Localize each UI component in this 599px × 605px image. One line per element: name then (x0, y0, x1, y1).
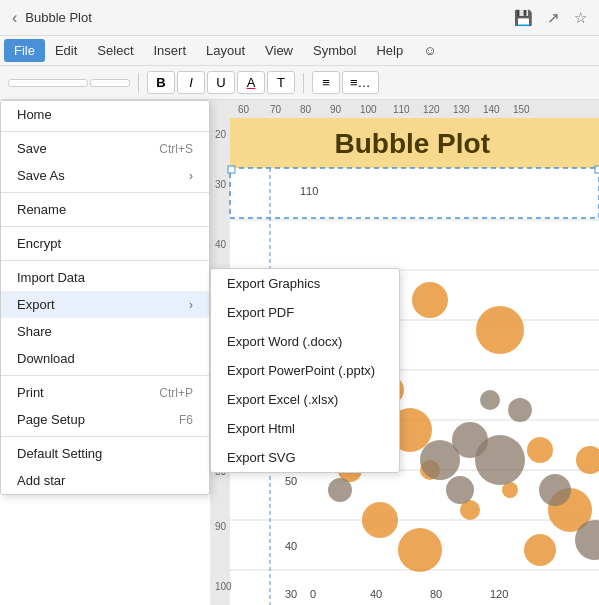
svg-rect-25 (595, 166, 599, 173)
menu-separator-2 (1, 192, 209, 193)
separator-1 (138, 73, 139, 93)
align-button[interactable]: ≡ (312, 71, 340, 94)
svg-text:Bubble Plot: Bubble Plot (334, 128, 490, 159)
svg-rect-0 (230, 100, 599, 118)
svg-text:80: 80 (430, 588, 442, 600)
export-submenu: Export Graphics Export PDF Export Word (… (210, 268, 400, 473)
menu-separator-3 (1, 226, 209, 227)
svg-point-59 (475, 435, 525, 485)
svg-text:120: 120 (490, 588, 508, 600)
menu-edit[interactable]: Edit (45, 39, 87, 62)
svg-text:140: 140 (483, 104, 500, 115)
file-menu: Home Save Ctrl+S Save As › Rename Encryp… (0, 100, 210, 495)
menu-layout[interactable]: Layout (196, 39, 255, 62)
menu-user[interactable]: ☺ (413, 39, 446, 62)
font-family-select[interactable] (8, 79, 88, 87)
menu-item-save-as[interactable]: Save As › (1, 162, 209, 189)
export-pdf[interactable]: Export PDF (211, 298, 399, 327)
svg-text:110: 110 (393, 104, 410, 115)
svg-text:90: 90 (330, 104, 342, 115)
align-options-button[interactable]: ≡… (342, 71, 379, 94)
font-color-button[interactable]: A (237, 71, 265, 94)
export-powerpoint[interactable]: Export PowerPoint (.pptx) (211, 356, 399, 385)
svg-text:120: 120 (423, 104, 440, 115)
menu-item-page-setup[interactable]: Page Setup F6 (1, 406, 209, 433)
menu-item-print[interactable]: Print Ctrl+P (1, 379, 209, 406)
svg-point-62 (508, 398, 532, 422)
svg-rect-23 (230, 168, 599, 218)
svg-text:50: 50 (285, 475, 297, 487)
menu-item-add-star[interactable]: Add star (1, 467, 209, 494)
title-bar-left: ‹ Bubble Plot (12, 9, 92, 27)
save-icon[interactable]: 💾 (514, 9, 533, 27)
menu-item-save[interactable]: Save Ctrl+S (1, 135, 209, 162)
menu-separator-1 (1, 131, 209, 132)
menu-bar: File Edit Select Insert Layout View Symb… (0, 36, 599, 66)
svg-text:30: 30 (215, 179, 227, 190)
svg-point-60 (446, 476, 474, 504)
menu-help[interactable]: Help (366, 39, 413, 62)
font-group (8, 79, 130, 87)
menu-select[interactable]: Select (87, 39, 143, 62)
title-bar-icons: 💾 ↗ ☆ (514, 9, 587, 27)
svg-text:150: 150 (513, 104, 530, 115)
menu-symbol[interactable]: Symbol (303, 39, 366, 62)
title-bar: ‹ Bubble Plot 💾 ↗ ☆ (0, 0, 599, 36)
bold-button[interactable]: B (147, 71, 175, 94)
text-format-group: B I U A T (147, 71, 295, 94)
svg-text:90: 90 (215, 521, 227, 532)
export-graphics[interactable]: Export Graphics (211, 269, 399, 298)
svg-point-43 (412, 282, 448, 318)
svg-point-49 (362, 502, 398, 538)
align-group: ≡ ≡… (312, 71, 379, 94)
font-size-select[interactable] (90, 79, 130, 87)
svg-text:130: 130 (453, 104, 470, 115)
export-html[interactable]: Export Html (211, 414, 399, 443)
svg-text:40: 40 (285, 540, 297, 552)
svg-text:80: 80 (300, 104, 312, 115)
menu-item-import[interactable]: Import Data (1, 264, 209, 291)
svg-text:0: 0 (310, 588, 316, 600)
menu-item-export[interactable]: Export › (1, 291, 209, 318)
menu-view[interactable]: View (255, 39, 303, 62)
svg-text:20: 20 (215, 129, 227, 140)
italic-button[interactable]: I (177, 71, 205, 94)
svg-text:110: 110 (300, 185, 318, 197)
svg-point-55 (524, 534, 556, 566)
svg-point-63 (539, 474, 571, 506)
menu-separator-4 (1, 260, 209, 261)
star-icon[interactable]: ☆ (574, 9, 587, 27)
export-svg[interactable]: Export SVG (211, 443, 399, 472)
export-excel[interactable]: Export Excel (.xlsx) (211, 385, 399, 414)
menu-item-download[interactable]: Download (1, 345, 209, 372)
back-button[interactable]: ‹ (12, 9, 17, 27)
share-icon[interactable]: ↗ (547, 9, 560, 27)
svg-text:40: 40 (370, 588, 382, 600)
svg-text:30: 30 (285, 588, 297, 600)
document-title: Bubble Plot (25, 10, 92, 25)
svg-point-61 (480, 390, 500, 410)
text-button[interactable]: T (267, 71, 295, 94)
svg-point-53 (527, 437, 553, 463)
menu-item-share[interactable]: Share (1, 318, 209, 345)
menu-separator-5 (1, 375, 209, 376)
svg-point-65 (328, 478, 352, 502)
svg-text:70: 70 (270, 104, 282, 115)
toolbar: B I U A T ≡ ≡… (0, 66, 599, 100)
svg-rect-24 (228, 166, 235, 173)
menu-insert[interactable]: Insert (144, 39, 197, 62)
svg-point-50 (398, 528, 442, 572)
svg-text:60: 60 (238, 104, 250, 115)
menu-item-encrypt[interactable]: Encrypt (1, 230, 209, 257)
menu-file[interactable]: File (4, 39, 45, 62)
menu-item-default-setting[interactable]: Default Setting (1, 440, 209, 467)
export-word[interactable]: Export Word (.docx) (211, 327, 399, 356)
menu-item-home[interactable]: Home (1, 101, 209, 128)
underline-button[interactable]: U (207, 71, 235, 94)
separator-2 (303, 73, 304, 93)
svg-point-44 (476, 306, 524, 354)
svg-text:40: 40 (215, 239, 227, 250)
menu-item-rename[interactable]: Rename (1, 196, 209, 223)
menu-separator-6 (1, 436, 209, 437)
svg-text:100: 100 (360, 104, 377, 115)
